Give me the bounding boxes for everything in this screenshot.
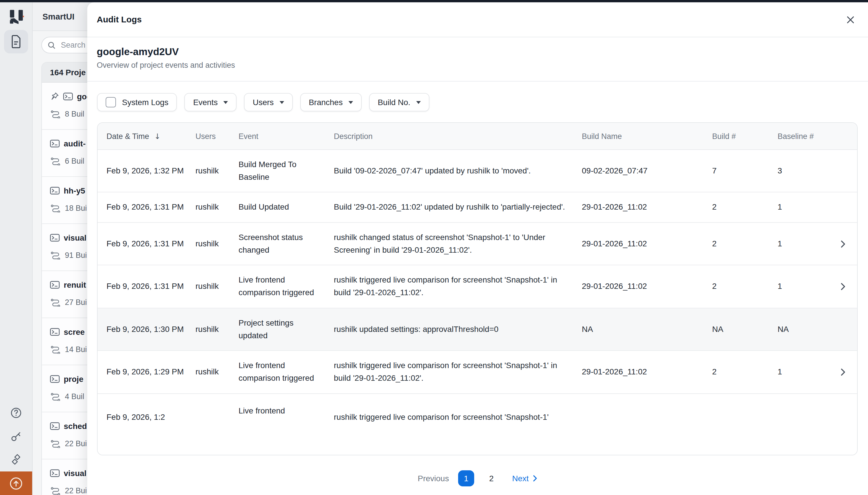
pagination-previous[interactable]: Previous <box>418 474 449 483</box>
system-logs-toggle[interactable]: System Logs <box>97 93 177 112</box>
filter-dropdown-label: Events <box>193 98 218 107</box>
cell-date-text: Feb 9, 2026, 1:31 PM <box>106 280 184 293</box>
cell-date: Feb 9, 2026, 1:29 PM <box>97 351 195 393</box>
cell-user <box>195 394 239 455</box>
cell-baseline-no-text: 1 <box>778 366 782 378</box>
cell-description-text: rushilk triggered live comparison for sc… <box>334 274 570 299</box>
builds-route-icon <box>51 345 61 354</box>
cell-description-text: rushilk triggered live comparison for sc… <box>334 359 570 385</box>
column-header-label: Baseline # <box>778 132 814 140</box>
project-builds-count: 91 Bui <box>65 251 87 259</box>
upgrade-button[interactable] <box>0 472 32 495</box>
project-name-label: sched <box>64 422 87 431</box>
cell-user-text: rushilk <box>195 238 219 250</box>
pagination-page-2[interactable]: 2 <box>483 470 500 487</box>
terminal-icon <box>50 422 60 430</box>
system-logs-checkbox[interactable] <box>105 97 116 107</box>
api-key-button[interactable] <box>0 428 32 445</box>
table-row: Feb 9, 2026, 1:30 PMrushilkProject setti… <box>97 308 857 351</box>
chevron-right-icon[interactable] <box>840 240 845 248</box>
cell-event: Live frontend comparison triggered <box>239 351 334 393</box>
project-name-label: scree <box>64 327 85 337</box>
integrations-button[interactable] <box>0 451 32 468</box>
column-header-label: Description <box>334 132 372 140</box>
chevron-down-icon <box>224 101 228 104</box>
pagination-next[interactable]: Next <box>512 474 537 483</box>
cell-baseline-no: 1 <box>762 223 828 265</box>
project-builds-count: 4 Buil <box>65 392 84 400</box>
projects-doc-button[interactable] <box>4 30 28 53</box>
builds-route-icon <box>51 251 61 259</box>
pagination-next-label: Next <box>512 474 529 483</box>
cell-user-text: rushilk <box>195 280 219 293</box>
filter-dropdown-events[interactable]: Events <box>185 93 237 112</box>
cell-date: Feb 9, 2026, 1:31 PM <box>97 223 195 265</box>
cell-user: rushilk <box>195 351 239 393</box>
project-intro: google-amyd2UV Overview of project event… <box>87 37 868 82</box>
cell-description: rushilk triggered live comparison for sc… <box>334 266 582 308</box>
cell-baseline-no <box>762 394 828 455</box>
project-builds-count: 18 Bui <box>65 204 87 212</box>
column-header-label: Build Name <box>582 132 622 140</box>
audit-logs-modal: Audit Logs google-amyd2UV Overview of pr… <box>87 2 868 495</box>
close-icon <box>846 15 854 24</box>
search-icon <box>48 41 56 49</box>
terminal-icon <box>50 187 60 195</box>
cell-event-text: Live frontend comparison triggered <box>239 359 322 385</box>
cell-build-no <box>697 394 762 455</box>
cell-event: Live frontend <box>239 394 334 455</box>
pagination-page-1[interactable]: 1 <box>458 470 474 487</box>
tab-smartui[interactable]: SmartUI <box>42 12 74 21</box>
chevron-right-icon[interactable] <box>840 283 845 291</box>
cell-build-name: 29-01-2026_11:02 <box>582 223 697 265</box>
cell-build-name: 29-01-2026_11:02 <box>582 193 697 222</box>
filter-dropdown-build-no-[interactable]: Build No. <box>369 93 429 112</box>
cell-baseline-no-text: 1 <box>778 280 782 293</box>
project-builds-count: 27 Bui <box>65 298 87 306</box>
column-header-label: Date & Time <box>106 132 149 140</box>
cell-build-name-text: 29-01-2026_11:02 <box>582 238 647 250</box>
cell-baseline-no: 1 <box>762 193 828 222</box>
cell-description: rushilk changed status of screenshot 'Sn… <box>334 223 582 265</box>
cell-build-name: 29-01-2026_11:02 <box>582 266 697 308</box>
cell-event-text: Screenshot status changed <box>239 232 322 256</box>
cell-description-text: Build '09-02-2026_07:47' updated by rush… <box>334 165 531 177</box>
project-name-label: visual <box>64 468 86 478</box>
cell-event: Project settings updated <box>239 308 334 351</box>
close-button[interactable] <box>845 14 856 25</box>
cell-baseline-no-text: 3 <box>778 165 782 177</box>
filter-dropdown-users[interactable]: Users <box>244 93 293 112</box>
table-row[interactable]: Feb 9, 2026, 1:31 PMrushilkLive frontend… <box>97 266 857 308</box>
cell-build-no-text: 2 <box>712 238 717 250</box>
table-row[interactable]: Feb 9, 2026, 1:31 PMrushilkScreenshot st… <box>97 223 857 266</box>
column-header-date-time[interactable]: Date & Time↓ <box>97 123 195 149</box>
cell-description-text: Build '29-01-2026_11:02' updated by rush… <box>334 201 565 214</box>
chevron-down-icon <box>280 101 284 104</box>
builds-route-icon <box>51 392 61 400</box>
project-name-label: renuit <box>64 280 86 289</box>
help-button[interactable] <box>0 404 32 422</box>
terminal-icon <box>50 281 60 289</box>
cell-build-no: 2 <box>697 351 762 393</box>
pin-icon <box>50 92 59 101</box>
arrow-up-circle-icon <box>8 476 23 491</box>
cell-description: rushilk triggered live comparison for sc… <box>334 351 582 393</box>
chevron-right-icon[interactable] <box>840 368 845 376</box>
filter-dropdown-branches[interactable]: Branches <box>300 93 362 112</box>
cell-description: rushilk triggered live comparison for sc… <box>334 394 582 455</box>
project-builds-count: 8 Buil <box>65 109 84 118</box>
builds-route-icon <box>51 298 61 306</box>
table-body: Feb 9, 2026, 1:32 PMrushilkBuild Merged … <box>97 150 857 455</box>
cell-date-text: Feb 9, 2026, 1:30 PM <box>106 323 184 335</box>
cell-description-text: rushilk updated settings: approvalThresh… <box>334 323 499 335</box>
cell-description: rushilk updated settings: approvalThresh… <box>334 308 582 351</box>
terminal-icon <box>63 92 73 101</box>
column-header-users: Users <box>195 123 239 149</box>
table-row: Feb 9, 2026, 1:31 PMrushilkBuild Updated… <box>97 193 857 223</box>
cell-build-no: 7 <box>697 150 762 192</box>
project-name-label: visual <box>64 233 86 242</box>
sort-desc-icon[interactable]: ↓ <box>154 132 161 140</box>
pagination: Previous 12 Next <box>87 468 868 488</box>
table-row[interactable]: Feb 9, 2026, 1:29 PMrushilkLive frontend… <box>97 351 857 394</box>
smartui-logo[interactable] <box>7 8 25 25</box>
